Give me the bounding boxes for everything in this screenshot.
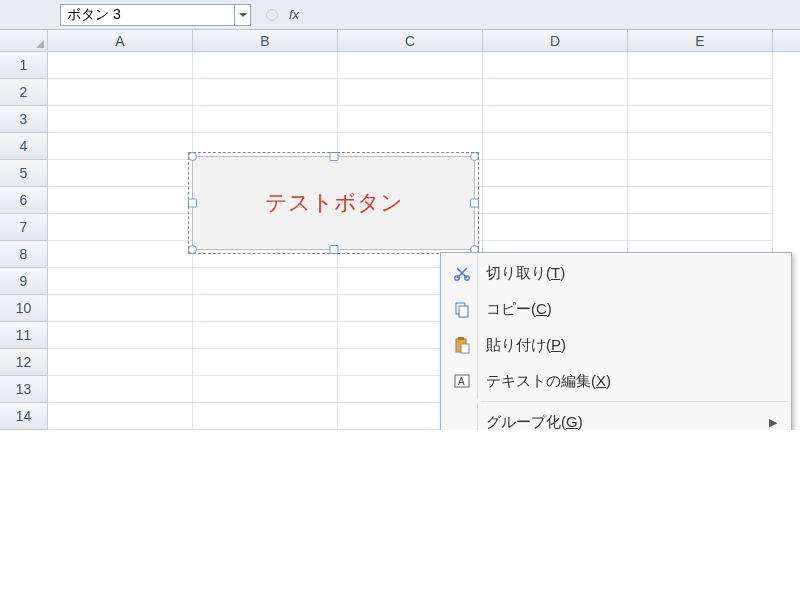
row-header[interactable]: 2	[0, 79, 48, 106]
name-box[interactable]: ボタン 3	[60, 4, 235, 26]
submenu-arrow-icon: ▶	[769, 416, 777, 429]
paste-icon	[453, 336, 471, 354]
cell[interactable]	[193, 349, 338, 376]
resize-handle[interactable]	[329, 245, 338, 254]
cell[interactable]	[193, 403, 338, 430]
row-header[interactable]: 1	[0, 52, 48, 79]
svg-rect-8	[461, 344, 469, 353]
copy-icon	[453, 300, 471, 318]
resize-handle[interactable]	[188, 199, 197, 208]
cell[interactable]	[48, 268, 193, 295]
spreadsheet-grid: A B C D E 1234567891011121314 テストボタン 切り取…	[0, 30, 800, 430]
cell[interactable]	[48, 133, 193, 160]
svg-rect-5	[459, 306, 468, 317]
cell[interactable]	[193, 268, 338, 295]
cell[interactable]	[193, 106, 338, 133]
scissors-icon	[453, 264, 471, 282]
cell[interactable]	[48, 79, 193, 106]
svg-text:A: A	[458, 376, 465, 387]
svg-marker-0	[239, 13, 247, 17]
form-button[interactable]: テストボタン	[192, 156, 475, 250]
cell[interactable]	[483, 214, 628, 241]
cell[interactable]	[483, 79, 628, 106]
cell[interactable]	[628, 79, 773, 106]
cell[interactable]	[48, 160, 193, 187]
menu-label: 貼り付け(P)	[486, 336, 781, 355]
cell[interactable]	[483, 133, 628, 160]
cell[interactable]	[338, 52, 483, 79]
cell[interactable]	[483, 160, 628, 187]
row-header[interactable]: 10	[0, 295, 48, 322]
formula-bar: ボタン 3 fx	[0, 0, 800, 30]
cell[interactable]	[48, 295, 193, 322]
cell[interactable]	[338, 106, 483, 133]
menu-label: 切り取り(T)	[486, 264, 781, 283]
cell[interactable]	[48, 376, 193, 403]
menu-label: コピー(C)	[486, 300, 781, 319]
cell[interactable]	[628, 214, 773, 241]
cell[interactable]	[48, 403, 193, 430]
form-button-label: テストボタン	[265, 188, 403, 218]
cell[interactable]	[628, 52, 773, 79]
context-menu: 切り取り(T) コピー(C) 貼り付け(P) A テキストの編集(X) グループ…	[440, 252, 792, 430]
cell[interactable]	[628, 106, 773, 133]
cell[interactable]	[48, 187, 193, 214]
menu-edit-text[interactable]: A テキストの編集(X)	[443, 363, 789, 399]
resize-handle[interactable]	[470, 199, 479, 208]
menu-cut[interactable]: 切り取り(T)	[443, 255, 789, 291]
cell[interactable]	[193, 322, 338, 349]
menu-grouping[interactable]: グループ化(G) ▶	[443, 404, 789, 430]
resize-handle[interactable]	[188, 245, 197, 254]
resize-handle[interactable]	[329, 152, 338, 161]
cell[interactable]	[628, 133, 773, 160]
menu-copy[interactable]: コピー(C)	[443, 291, 789, 327]
textbox-icon: A	[453, 372, 471, 390]
row-header[interactable]: 11	[0, 322, 48, 349]
fx-label[interactable]: fx	[289, 7, 299, 22]
cell[interactable]	[193, 376, 338, 403]
cell[interactable]	[48, 106, 193, 133]
cell[interactable]	[48, 52, 193, 79]
cell[interactable]	[483, 52, 628, 79]
name-box-dropdown[interactable]	[235, 4, 251, 26]
menu-label: グループ化(G)	[486, 413, 769, 431]
cell[interactable]	[193, 52, 338, 79]
row-header[interactable]: 4	[0, 133, 48, 160]
row-header[interactable]: 14	[0, 403, 48, 430]
cell[interactable]	[338, 79, 483, 106]
cell[interactable]	[48, 322, 193, 349]
col-header[interactable]: D	[483, 30, 628, 51]
row-header[interactable]: 6	[0, 187, 48, 214]
cell[interactable]	[628, 187, 773, 214]
menu-paste[interactable]: 貼り付け(P)	[443, 327, 789, 363]
row-header[interactable]: 9	[0, 268, 48, 295]
svg-point-1	[267, 9, 278, 20]
row-header[interactable]: 8	[0, 241, 48, 268]
resize-handle[interactable]	[470, 152, 479, 161]
cell[interactable]	[48, 241, 193, 268]
row-header[interactable]: 3	[0, 106, 48, 133]
cell[interactable]	[193, 79, 338, 106]
col-header[interactable]: A	[48, 30, 193, 51]
row-header[interactable]: 7	[0, 214, 48, 241]
row-header[interactable]: 13	[0, 376, 48, 403]
col-header[interactable]: E	[628, 30, 773, 51]
resize-handle[interactable]	[188, 152, 197, 161]
select-all-corner[interactable]	[0, 30, 48, 51]
row-header[interactable]: 12	[0, 349, 48, 376]
menu-divider	[481, 401, 789, 402]
menu-label: テキストの編集(X)	[486, 372, 781, 391]
col-header[interactable]: C	[338, 30, 483, 51]
cell[interactable]	[483, 187, 628, 214]
cancel-formula-icon	[261, 5, 283, 25]
cell[interactable]	[193, 295, 338, 322]
row-header[interactable]: 5	[0, 160, 48, 187]
col-header[interactable]: B	[193, 30, 338, 51]
cell[interactable]	[48, 214, 193, 241]
svg-rect-7	[458, 337, 464, 340]
cell[interactable]	[628, 160, 773, 187]
cell[interactable]	[483, 106, 628, 133]
cell[interactable]	[48, 349, 193, 376]
